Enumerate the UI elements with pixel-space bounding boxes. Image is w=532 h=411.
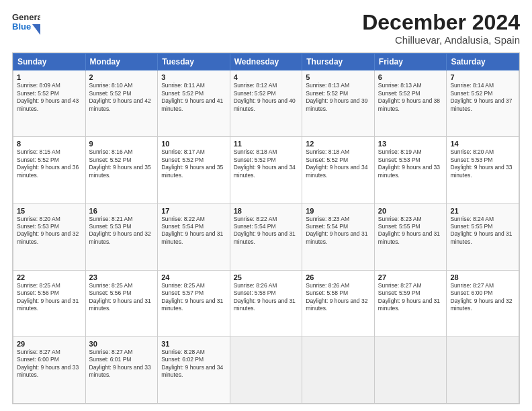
day-info: Sunrise: 8:21 AM Sunset: 5:53 PM Dayligh… [89,216,154,246]
day-number: 17 [161,207,226,215]
day-number: 24 [161,273,226,281]
table-row: 25 Sunrise: 8:26 AM Sunset: 5:58 PM Dayl… [230,270,302,336]
day-number: 30 [89,340,154,348]
table-row: 26 Sunrise: 8:26 AM Sunset: 5:58 PM Dayl… [302,270,375,336]
day-info: Sunrise: 8:23 AM Sunset: 5:54 PM Dayligh… [306,216,371,246]
day-number: 8 [17,140,82,148]
table-row: 11 Sunrise: 8:18 AM Sunset: 5:52 PM Dayl… [230,137,302,203]
table-row: 5 Sunrise: 8:13 AM Sunset: 5:52 PM Dayli… [302,71,375,137]
logo-svg: General Blue [12,11,40,35]
calendar: Sunday Monday Tuesday Wednesday Thursday… [12,52,520,404]
table-row: 30 Sunrise: 8:27 AM Sunset: 6:01 PM Dayl… [85,336,158,403]
table-row: 19 Sunrise: 8:23 AM Sunset: 5:54 PM Dayl… [302,203,375,270]
day-number: 5 [306,73,371,81]
day-info: Sunrise: 8:13 AM Sunset: 5:52 PM Dayligh… [306,82,371,113]
table-row: 22 Sunrise: 8:25 AM Sunset: 5:56 PM Dayl… [13,270,86,336]
day-info: Sunrise: 8:19 AM Sunset: 5:53 PM Dayligh… [378,148,443,179]
table-row: 8 Sunrise: 8:15 AM Sunset: 5:52 PM Dayli… [13,137,86,203]
day-info: Sunrise: 8:17 AM Sunset: 5:52 PM Dayligh… [161,148,226,179]
table-row: 18 Sunrise: 8:22 AM Sunset: 5:54 PM Dayl… [230,203,302,270]
day-info: Sunrise: 8:26 AM Sunset: 5:58 PM Dayligh… [234,282,299,313]
day-info: Sunrise: 8:10 AM Sunset: 5:52 PM Dayligh… [89,82,154,113]
logo-general-text: General [12,12,40,22]
day-number: 3 [161,73,226,81]
day-number: 2 [89,73,154,81]
logo-blue-text: Blue [12,21,31,32]
col-saturday: Saturday [447,54,519,71]
table-row: 1 Sunrise: 8:09 AM Sunset: 5:52 PM Dayli… [13,71,86,137]
day-info: Sunrise: 8:16 AM Sunset: 5:52 PM Dayligh… [89,148,154,179]
day-number: 27 [378,273,443,281]
table-row: 21 Sunrise: 8:24 AM Sunset: 5:55 PM Dayl… [447,203,519,270]
day-number: 1 [17,73,82,81]
day-info: Sunrise: 8:09 AM Sunset: 5:52 PM Dayligh… [17,82,82,113]
table-row: 9 Sunrise: 8:16 AM Sunset: 5:52 PM Dayli… [85,137,158,203]
day-number: 10 [161,140,226,148]
day-number: 18 [234,207,299,215]
day-info: Sunrise: 8:20 AM Sunset: 5:53 PM Dayligh… [450,148,515,179]
table-row: 13 Sunrise: 8:19 AM Sunset: 5:53 PM Dayl… [374,137,447,203]
logo-triangle [32,24,40,35]
table-row: 15 Sunrise: 8:20 AM Sunset: 5:53 PM Dayl… [13,203,86,270]
day-info: Sunrise: 8:25 AM Sunset: 5:56 PM Dayligh… [89,282,154,313]
day-number: 15 [17,207,82,215]
day-number: 19 [306,207,371,215]
day-info: Sunrise: 8:13 AM Sunset: 5:52 PM Dayligh… [378,82,443,113]
table-row: 24 Sunrise: 8:25 AM Sunset: 5:57 PM Dayl… [158,270,230,336]
day-info: Sunrise: 8:12 AM Sunset: 5:52 PM Dayligh… [234,82,299,113]
day-info: Sunrise: 8:25 AM Sunset: 5:57 PM Dayligh… [161,282,226,313]
day-info: Sunrise: 8:22 AM Sunset: 5:54 PM Dayligh… [161,216,226,246]
page-subtitle: Chilluevar, Andalusia, Spain [362,34,520,46]
table-row: 12 Sunrise: 8:18 AM Sunset: 5:52 PM Dayl… [302,137,375,203]
table-row: 2 Sunrise: 8:10 AM Sunset: 5:52 PM Dayli… [85,71,158,137]
day-info: Sunrise: 8:25 AM Sunset: 5:56 PM Dayligh… [17,282,82,313]
table-row: 3 Sunrise: 8:11 AM Sunset: 5:52 PM Dayli… [158,71,230,137]
day-number: 31 [161,340,226,348]
day-number: 26 [306,273,371,281]
col-tuesday: Tuesday [158,54,230,71]
page: General Blue December 2024 Chilluevar, A… [0,0,532,411]
day-info: Sunrise: 8:15 AM Sunset: 5:52 PM Dayligh… [17,148,82,179]
day-number: 28 [450,273,515,281]
col-thursday: Thursday [302,54,375,71]
day-number: 23 [89,273,154,281]
day-number: 9 [89,140,154,148]
col-monday: Monday [85,54,158,71]
table-row: 6 Sunrise: 8:13 AM Sunset: 5:52 PM Dayli… [374,71,447,137]
page-title: December 2024 [362,11,520,34]
day-info: Sunrise: 8:11 AM Sunset: 5:52 PM Dayligh… [161,82,226,113]
title-block: December 2024 Chilluevar, Andalusia, Spa… [362,11,520,46]
day-number: 14 [450,140,515,148]
day-info: Sunrise: 8:20 AM Sunset: 5:53 PM Dayligh… [17,216,82,246]
day-number: 16 [89,207,154,215]
col-wednesday: Wednesday [230,54,302,71]
table-row: 16 Sunrise: 8:21 AM Sunset: 5:53 PM Dayl… [85,203,158,270]
table-row: 14 Sunrise: 8:20 AM Sunset: 5:53 PM Dayl… [447,137,519,203]
day-info: Sunrise: 8:27 AM Sunset: 6:00 PM Dayligh… [17,349,82,379]
table-row: 17 Sunrise: 8:22 AM Sunset: 5:54 PM Dayl… [158,203,230,270]
table-row: 4 Sunrise: 8:12 AM Sunset: 5:52 PM Dayli… [230,71,302,137]
day-number: 13 [378,140,443,148]
table-row: 29 Sunrise: 8:27 AM Sunset: 6:00 PM Dayl… [13,336,86,403]
day-number: 21 [450,207,515,215]
table-row: 27 Sunrise: 8:27 AM Sunset: 5:59 PM Dayl… [374,270,447,336]
day-number: 4 [234,73,299,81]
day-number: 6 [378,73,443,81]
day-info: Sunrise: 8:14 AM Sunset: 5:52 PM Dayligh… [450,82,515,113]
logo: General Blue [12,11,40,35]
col-friday: Friday [374,54,447,71]
day-info: Sunrise: 8:27 AM Sunset: 6:01 PM Dayligh… [89,349,154,379]
day-info: Sunrise: 8:18 AM Sunset: 5:52 PM Dayligh… [306,148,371,179]
table-row: 28 Sunrise: 8:27 AM Sunset: 6:00 PM Dayl… [447,270,519,336]
table-row: 31 Sunrise: 8:28 AM Sunset: 6:02 PM Dayl… [158,336,230,403]
table-row [230,336,302,403]
day-number: 12 [306,140,371,148]
day-info: Sunrise: 8:27 AM Sunset: 6:00 PM Dayligh… [450,282,515,313]
col-sunday: Sunday [13,54,86,71]
logo-icon-container: General Blue [12,11,40,35]
table-row [447,336,519,403]
day-number: 29 [17,340,82,348]
day-info: Sunrise: 8:27 AM Sunset: 5:59 PM Dayligh… [378,282,443,313]
header: General Blue December 2024 Chilluevar, A… [12,11,520,46]
table-row: 10 Sunrise: 8:17 AM Sunset: 5:52 PM Dayl… [158,137,230,203]
